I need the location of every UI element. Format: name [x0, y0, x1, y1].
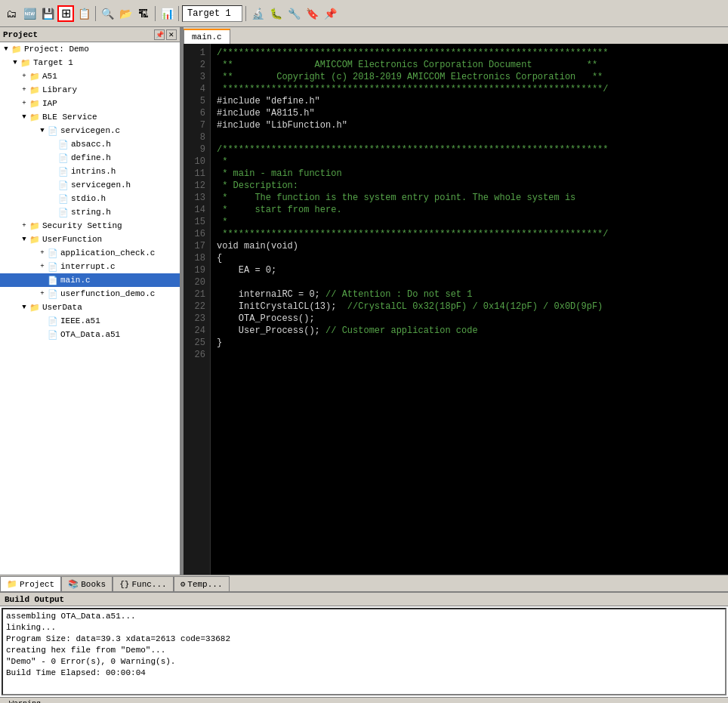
icon-folder-a51: 📁 — [29, 72, 40, 82]
expander-security: + — [20, 221, 29, 230]
tab-main-c[interactable]: main.c — [184, 29, 230, 44]
tree-item-stdio-h[interactable]: 📄 stdio.h — [0, 192, 180, 205]
tree-item-servicegen-c[interactable]: ▼ 📄 servicegen.c — [0, 124, 180, 137]
toolbar-target-label[interactable]: Target 1 — [182, 5, 242, 22]
tree-item-project-demo[interactable]: ▼ 📁 Project: Demo — [0, 42, 180, 56]
icon-file-servicegenh: 📄 — [58, 180, 69, 190]
tab-temp[interactable]: ⚙ Temp... — [174, 576, 230, 591]
build-line-1: assembling OTA_Data.a51... — [6, 611, 722, 622]
tree-item-security-setting[interactable]: + 📁 Security Setting — [0, 219, 180, 233]
expander-a51: + — [20, 72, 29, 81]
build-line-5: "Demo" - 0 Error(s), 0 Warning(s). — [6, 656, 722, 668]
panel-pin-btn[interactable]: 📌 — [154, 29, 165, 40]
code-area[interactable]: 1234 5678 9101112 13141516 17181920 2122… — [184, 44, 728, 575]
project-tree: ▼ 📁 Project: Demo ▼ 📁 Target 1 + 📁 A51 +… — [0, 42, 180, 575]
tree-item-library[interactable]: + 📁 Library — [0, 83, 180, 97]
tree-item-ble-service[interactable]: ▼ 📁 BLE Service — [0, 110, 180, 124]
label-ieee-a51: IEEE.a51 — [60, 316, 100, 325]
tree-item-userdata[interactable]: ▼ 📁 UserData — [0, 301, 180, 314]
code-content[interactable]: /***************************************… — [211, 44, 728, 575]
build-line-2: linking... — [6, 622, 722, 634]
label-library: Library — [42, 85, 77, 94]
tree-item-string-h[interactable]: 📄 string.h — [0, 205, 180, 219]
expander-target1: ▼ — [11, 58, 20, 67]
icon-file-appcheck: 📄 — [48, 248, 58, 258]
icon-folder-security: 📁 — [29, 221, 40, 231]
toolbar-btn-build[interactable]: ⊞ — [57, 5, 74, 22]
toolbar-btn-misc3[interactable]: 🔧 — [285, 5, 302, 22]
tree-item-appcheck[interactable]: + 📄 application_check.c — [0, 246, 180, 260]
label-books-tab: Books — [81, 580, 106, 589]
tree-item-userfunction[interactable]: ▼ 📁 UserFunction — [0, 233, 180, 246]
toolbar-btn-open[interactable]: 🆕 — [21, 5, 38, 22]
tree-item-main-c[interactable]: 📄 main.c — [0, 273, 180, 287]
expander-define — [48, 153, 57, 162]
panel-header-icons: 📌 ✕ — [154, 29, 177, 40]
expander-stdio — [48, 194, 57, 203]
tree-item-absacc-h[interactable]: 📄 absacc.h — [0, 137, 180, 151]
label-define-h: define.h — [71, 153, 111, 162]
icon-file-main: 📄 — [48, 276, 58, 285]
expander-otadata — [38, 330, 47, 339]
label-userfunction: UserFunction — [42, 235, 102, 244]
toolbar-btn-flash[interactable]: 🏗 — [135, 5, 152, 22]
tab-project[interactable]: 📁 Project — [0, 576, 61, 591]
editor-tabs: main.c — [184, 27, 728, 44]
toolbar-btn-misc1[interactable]: 🔬 — [249, 5, 266, 22]
icon-file-intrins: 📄 — [58, 167, 69, 177]
label-func-tab: Func... — [131, 580, 166, 589]
tree-item-target1[interactable]: ▼ 📁 Target 1 — [0, 56, 180, 69]
label-interrupt: interrupt.c — [60, 262, 116, 271]
build-output-header: Build Output — [0, 593, 728, 606]
expander-absacc — [48, 140, 57, 149]
toolbar-btn-rebuild[interactable]: 📂 — [117, 5, 134, 22]
toolbar-btn-misc2[interactable]: 🐛 — [267, 5, 284, 22]
tab-func[interactable]: {} Func... — [113, 576, 173, 591]
toolbar-btn-save[interactable]: 💾 — [39, 5, 56, 22]
label-iap: IAP — [42, 99, 57, 108]
toolbar-separator-3 — [178, 6, 179, 21]
main-area: Project 📌 ✕ ▼ 📁 Project: Demo ▼ 📁 Target… — [0, 27, 728, 575]
label-security-setting: Security Setting — [42, 221, 122, 230]
tree-item-iap[interactable]: + 📁 IAP — [0, 97, 180, 110]
expander-library: + — [20, 85, 29, 94]
warning-icon: ⚠ — [3, 700, 8, 704]
icon-file-string: 📄 — [58, 208, 69, 217]
tree-item-userfunc-demo[interactable]: + 📄 userfunction_demo.c — [0, 287, 180, 301]
toolbar-separator-1 — [95, 6, 96, 21]
panel-close-btn[interactable]: ✕ — [166, 29, 177, 40]
icon-file-define: 📄 — [58, 153, 69, 163]
label-servicegen-h: servicegen.h — [71, 180, 131, 190]
label-ble-service: BLE Service — [42, 113, 97, 122]
tree-item-ieee-a51[interactable]: 📄 IEEE.a51 — [0, 314, 180, 328]
toolbar-btn-debug[interactable]: 📋 — [76, 5, 92, 22]
panel-header: Project 📌 ✕ — [0, 27, 180, 42]
expander-servicegen: ▼ — [38, 126, 47, 135]
label-project-tab: Project — [20, 580, 54, 589]
icon-books-tab: 📚 — [68, 579, 79, 589]
icon-file-stdio: 📄 — [58, 194, 69, 204]
tree-item-define-h[interactable]: 📄 define.h — [0, 151, 180, 165]
tree-item-intrins-h[interactable]: 📄 intrins.h — [0, 165, 180, 178]
tree-item-interrupt[interactable]: + 📄 interrupt.c — [0, 260, 180, 273]
icon-file-userfuncdemo: 📄 — [48, 289, 58, 299]
tree-item-ota-data-a51[interactable]: 📄 OTA_Data.a51 — [0, 328, 180, 341]
toolbar-btn-misc5[interactable]: 📌 — [322, 5, 338, 22]
icon-folder-ble: 📁 — [29, 113, 40, 122]
icon-folder-iap: 📁 — [29, 99, 40, 109]
toolbar-btn-new[interactable]: 🗂 — [3, 5, 20, 22]
build-output-content[interactable]: assembling OTA_Data.a51... linking... Pr… — [2, 608, 726, 695]
toolbar-btn-misc4[interactable]: 🔖 — [304, 5, 320, 22]
tree-item-a51[interactable]: + 📁 A51 — [0, 69, 180, 83]
icon-file-ieee: 📄 — [48, 316, 58, 326]
toolbar-btn-compile[interactable]: 🔍 — [99, 5, 116, 22]
tab-books[interactable]: 📚 Books — [61, 576, 113, 591]
expander-string — [48, 208, 57, 217]
icon-file-interrupt: 📄 — [48, 262, 58, 272]
status-bar: ⚠ Warning — [0, 697, 728, 703]
label-absacc-h: absacc.h — [71, 140, 111, 149]
toolbar-btn-load[interactable]: 📊 — [159, 5, 175, 22]
expander-userdata: ▼ — [20, 303, 29, 312]
label-stdio-h: stdio.h — [71, 194, 106, 203]
tree-item-servicegen-h[interactable]: 📄 servicegen.h — [0, 178, 180, 192]
